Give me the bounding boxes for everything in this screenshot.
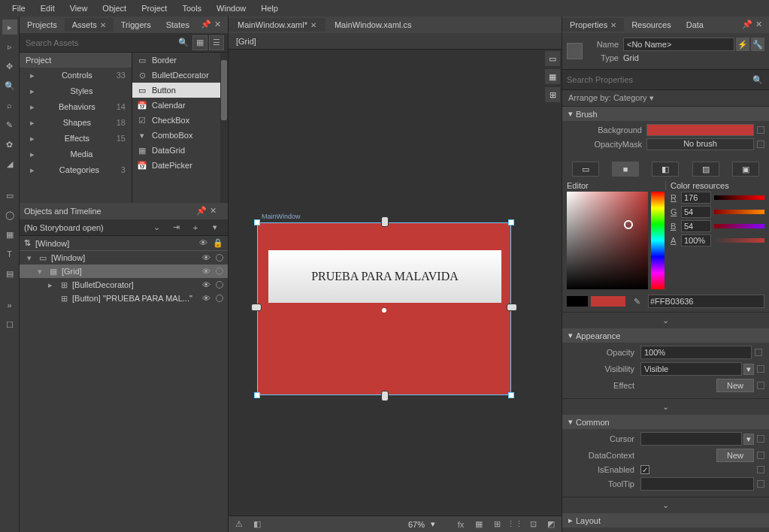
tab-data[interactable]: Data	[679, 18, 711, 32]
category-categories[interactable]: ▸Categories3	[20, 162, 132, 178]
marker-icon[interactable]	[757, 126, 764, 134]
dropdown-icon[interactable]: ▾	[743, 364, 754, 375]
ellipse-tool[interactable]: ◯	[2, 207, 17, 222]
marker-icon[interactable]	[757, 480, 764, 488]
no-brush-tab[interactable]: ▭	[572, 162, 599, 177]
list-view-icon[interactable]: ☰	[209, 35, 224, 50]
menu-tools[interactable]: Tools	[174, 2, 209, 15]
arrange-by[interactable]: Arrange by: Category ▾	[562, 90, 769, 107]
doc-tab[interactable]: MainWindow.xaml.cs	[325, 18, 421, 32]
control-tool[interactable]: ☐	[2, 317, 17, 332]
tab-properties[interactable]: Properties✕	[562, 18, 624, 32]
goto-icon[interactable]: ⇥	[168, 220, 183, 235]
scrollbar[interactable]	[220, 53, 228, 203]
zoom-value[interactable]: 67%	[408, 520, 425, 529]
category-media[interactable]: ▸Media	[20, 147, 132, 162]
gradient-tool[interactable]: ◢	[2, 156, 17, 171]
layout-tool[interactable]: ▤	[2, 266, 17, 281]
menu-project[interactable]: Project	[134, 2, 174, 15]
expand-chevron[interactable]: ⌄	[562, 398, 769, 415]
marker-icon[interactable]	[755, 349, 762, 356]
tree-row[interactable]: ▾▭[Window]👁	[20, 251, 228, 264]
menu-edit[interactable]: Edit	[33, 2, 62, 15]
brush-row-opacitymask[interactable]: OpacityMaskNo brush	[567, 138, 764, 150]
eye-icon[interactable]: 👁	[201, 280, 211, 289]
button-element[interactable]: PRUEBA PARA MALAVIDA	[268, 250, 501, 303]
menu-window[interactable]: Window	[209, 2, 253, 15]
search-icon[interactable]: 🔍	[176, 35, 191, 50]
eye-icon[interactable]: 👁	[201, 267, 211, 276]
info-icon[interactable]: ◧	[251, 518, 263, 530]
record-icon[interactable]	[216, 254, 223, 261]
pin-icon[interactable]: 📌	[201, 20, 211, 30]
menu-file[interactable]: File	[5, 2, 33, 15]
brush-tool[interactable]: ✎	[2, 117, 17, 132]
menu-view[interactable]: View	[62, 2, 95, 15]
eye-icon[interactable]: 👁	[201, 294, 211, 303]
menu-object[interactable]: Object	[95, 2, 134, 15]
annotation-icon[interactable]: ◩	[545, 518, 557, 530]
search-properties-input[interactable]	[565, 72, 749, 87]
breadcrumb[interactable]: [Grid]	[229, 33, 562, 50]
asset-combobox[interactable]: ▾ComboBox	[132, 128, 228, 143]
isenabled-checkbox[interactable]	[640, 465, 649, 474]
resize-handle[interactable]	[507, 304, 517, 311]
category-effects[interactable]: ▸Effects15	[20, 131, 132, 147]
r-input[interactable]	[681, 192, 711, 204]
pin-icon[interactable]: 📌	[742, 20, 752, 30]
tab-triggers[interactable]: Triggers	[114, 18, 159, 32]
close-icon[interactable]: ✕	[214, 20, 225, 30]
marker-icon[interactable]	[757, 382, 764, 389]
marker-icon[interactable]	[757, 365, 764, 373]
snap-icon[interactable]: ⊞	[491, 518, 503, 530]
asset-bulletdecorator[interactable]: ⊙BulletDecorator	[132, 68, 228, 83]
tree-row[interactable]: ▾▦[Grid]👁	[20, 264, 228, 278]
asset-tool[interactable]: »	[2, 298, 17, 313]
category-styles[interactable]: ▸Styles	[20, 83, 132, 99]
category-behaviors[interactable]: ▸Behaviors14	[20, 99, 132, 115]
expand-chevron[interactable]: ⌄	[562, 312, 769, 328]
asset-calendar[interactable]: 📅Calendar	[132, 98, 228, 113]
color-cursor[interactable]	[624, 220, 633, 229]
hex-input[interactable]	[648, 295, 764, 308]
a-input[interactable]	[681, 234, 711, 246]
resize-handle[interactable]	[508, 219, 514, 225]
camera-tool[interactable]: ⌕	[2, 98, 17, 113]
resize-handle[interactable]	[251, 304, 262, 311]
close-icon[interactable]: ✕	[310, 21, 316, 29]
marker-icon[interactable]	[757, 466, 764, 473]
resize-handle[interactable]	[508, 392, 514, 398]
paint-tool[interactable]: ✿	[2, 137, 17, 152]
g-input[interactable]	[681, 206, 711, 218]
close-icon[interactable]: ✕	[210, 206, 220, 216]
eye-icon[interactable]: 👁	[201, 253, 211, 262]
direct-select-tool[interactable]: ▹	[2, 39, 17, 54]
collapse-icon[interactable]: ⌄	[149, 220, 164, 235]
new-datacontext-button[interactable]: New	[716, 449, 754, 462]
color-picker-area[interactable]	[567, 192, 648, 289]
snapline-icon[interactable]: ⋮⋮	[509, 518, 521, 530]
close-icon[interactable]: ✕	[610, 21, 616, 29]
new-effect-button[interactable]: New	[716, 379, 754, 392]
rectangle-tool[interactable]: ▭	[2, 188, 17, 203]
asset-border[interactable]: ▭Border	[132, 53, 228, 68]
tab-resources[interactable]: Resources	[624, 18, 679, 32]
grid-icon[interactable]: ▦	[473, 518, 485, 530]
text-tool[interactable]: T	[2, 246, 17, 261]
category-controls[interactable]: ▸Controls33	[20, 68, 132, 83]
pin-icon[interactable]: 📌	[196, 206, 207, 216]
lightning-icon[interactable]: ⚡	[736, 38, 749, 51]
pan-tool[interactable]: ✥	[2, 59, 17, 74]
common-section-header[interactable]: ▾ Common	[562, 415, 769, 429]
marker-icon[interactable]	[757, 452, 764, 459]
layout-section-header[interactable]: ▸ Layout	[562, 513, 769, 527]
fx-icon[interactable]: fx	[455, 518, 467, 530]
record-icon[interactable]	[216, 281, 223, 289]
name-input[interactable]	[623, 38, 734, 51]
zoom-tool[interactable]: 🔍	[2, 78, 17, 93]
canvas[interactable]: ▭ ▦ ⊞ MainWindow PRUEBA PARA MALAVIDA	[229, 50, 562, 515]
asset-checkbox[interactable]: ☑CheckBox	[132, 113, 228, 128]
selection-tool[interactable]: ▸	[2, 20, 17, 35]
warning-icon[interactable]: ⚠	[233, 518, 245, 530]
brush-section-header[interactable]: ▾ Brush	[562, 107, 769, 121]
